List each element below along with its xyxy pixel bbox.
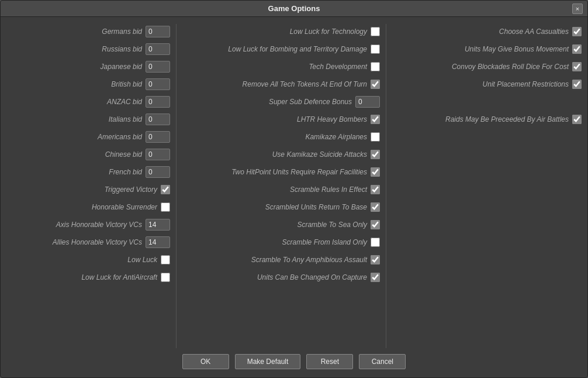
dialog-title: Game Options	[268, 4, 320, 13]
mid-label-7: Use Kamikaze Suicide Attacks	[182, 150, 371, 159]
reset-button[interactable]: Reset	[306, 354, 353, 369]
input-germans-bid[interactable]	[146, 26, 170, 37]
mid-row-13: Scramble To Any Amphibious Assault	[182, 252, 380, 267]
title-bar: Game Options ×	[1, 1, 587, 17]
right-label-1: Units May Give Bonus Movement	[392, 45, 572, 53]
right-checkbox-2[interactable]	[572, 62, 582, 71]
mid-checkbox-9[interactable]	[371, 185, 380, 194]
input-anzac-bid[interactable]	[146, 96, 170, 108]
label-japanese-bid: Japanese bid	[6, 63, 146, 71]
label-axis-vcs: Axis Honorable Victory VCs	[6, 221, 146, 229]
mid-row-14: Units Can Be Changed On Capture	[182, 270, 380, 285]
mid-checkbox-6[interactable]	[371, 132, 380, 142]
right-row-4: Raids May Be Preceeded By Air Battles	[392, 112, 582, 127]
row-italians-bid: Italians bid	[6, 112, 170, 127]
row-honorable-surrender: Honorable Surrender	[6, 200, 170, 215]
mid-checkbox-14[interactable]	[371, 273, 380, 282]
input-chinese-bid[interactable]	[146, 149, 170, 160]
right-checkbox-1[interactable]	[572, 44, 582, 54]
mid-label-5: LHTR Heavy Bombers	[182, 115, 371, 123]
mid-row-12: Scramble From Island Only	[182, 235, 380, 250]
checkbox-triggered-victory[interactable]	[161, 185, 170, 194]
mid-checkbox-5[interactable]	[371, 115, 380, 124]
mid-checkbox-13[interactable]	[371, 255, 380, 264]
mid-label-6: Kamikaze Airplanes	[182, 133, 371, 141]
mid-label-9: Scramble Rules In Effect	[182, 185, 371, 194]
label-low-luck: Low Luck	[6, 256, 161, 264]
label-americans-bid: Americans bid	[6, 133, 146, 141]
right-checkbox-3[interactable]	[572, 80, 582, 89]
mid-row-8: Two HitPoint Units Require Repair Facili…	[182, 164, 380, 180]
mid-checkbox-12[interactable]	[371, 238, 380, 247]
right-row-2: Convoy Blockades Roll Dice For Cost	[392, 59, 582, 74]
checkbox-low-luck-aa[interactable]	[161, 273, 170, 282]
label-germans-bid: Germans bid	[6, 28, 146, 36]
ok-button[interactable]: OK	[182, 354, 229, 369]
mid-row-9: Scramble Rules In Effect	[182, 182, 380, 197]
row-french-bid: French bid	[6, 164, 170, 180]
row-axis-vcs: Axis Honorable Victory VCs	[6, 217, 170, 232]
label-italians-bid: Italians bid	[6, 115, 146, 123]
row-allies-vcs: Allies Honorable Victory VCs	[6, 235, 170, 250]
right-row-1: Units May Give Bonus Movement	[392, 42, 582, 57]
mid-row-1: Low Luck for Bombing and Territory Damag…	[182, 42, 380, 57]
row-low-luck: Low Luck	[6, 252, 170, 267]
close-button[interactable]: ×	[572, 4, 583, 14]
checkbox-low-luck[interactable]	[161, 255, 170, 264]
row-low-luck-aa: Low Luck for AntiAircraft	[6, 270, 170, 285]
right-label-3: Unit Placement Restrictions	[392, 80, 572, 88]
label-anzac-bid: ANZAC bid	[6, 98, 146, 106]
mid-checkbox-3[interactable]	[371, 80, 380, 89]
mid-label-1: Low Luck for Bombing and Territory Damag…	[182, 45, 371, 53]
input-russians-bid[interactable]	[146, 43, 170, 55]
label-chinese-bid: Chinese bid	[6, 150, 146, 159]
mid-checkbox-10[interactable]	[371, 202, 380, 212]
mid-checkbox-7[interactable]	[371, 150, 380, 159]
input-allies-vcs[interactable]	[146, 236, 170, 248]
input-americans-bid[interactable]	[146, 131, 170, 143]
mid-label-0: Low Luck for Technology	[182, 28, 371, 36]
left-column: Germans bid Russians bid Japanese bid Br…	[6, 24, 176, 348]
mid-checkbox-1[interactable]	[371, 44, 380, 54]
mid-label-12: Scramble From Island Only	[182, 238, 371, 246]
label-triggered-victory: Triggered Victory	[6, 185, 161, 194]
columns-container: Germans bid Russians bid Japanese bid Br…	[6, 24, 582, 348]
input-japanese-bid[interactable]	[146, 61, 170, 73]
row-japanese-bid: Japanese bid	[6, 59, 170, 74]
mid-row-11: Scramble To Sea Only	[182, 217, 380, 232]
input-axis-vcs[interactable]	[146, 219, 170, 231]
right-checkbox-0[interactable]	[572, 27, 582, 36]
input-super-sub[interactable]	[355, 96, 380, 108]
row-americans-bid: Americans bid	[6, 129, 170, 145]
label-russians-bid: Russians bid	[6, 45, 146, 53]
mid-row-3: Remove All Tech Tokens At End Of Turn	[182, 77, 380, 92]
mid-label-3: Remove All Tech Tokens At End Of Turn	[182, 80, 371, 88]
row-anzac-bid: ANZAC bid	[6, 94, 170, 109]
row-chinese-bid: Chinese bid	[6, 147, 170, 162]
input-french-bid[interactable]	[146, 166, 170, 178]
mid-row-4: Super Sub Defence Bonus	[182, 94, 380, 109]
label-low-luck-aa: Low Luck for AntiAircraft	[6, 273, 161, 281]
right-row-3: Unit Placement Restrictions	[392, 77, 582, 92]
mid-checkbox-2[interactable]	[371, 62, 380, 71]
checkbox-honorable-surrender[interactable]	[161, 202, 170, 212]
label-allies-vcs: Allies Honorable Victory VCs	[6, 238, 146, 246]
mid-label-8: Two HitPoint Units Require Repair Facili…	[182, 168, 371, 176]
cancel-button[interactable]: Cancel	[359, 354, 406, 369]
mid-label-14: Units Can Be Changed On Capture	[182, 273, 371, 281]
mid-checkbox-11[interactable]	[371, 220, 380, 229]
input-british-bid[interactable]	[146, 78, 170, 90]
mid-row-0: Low Luck for Technology	[182, 24, 380, 39]
input-italians-bid[interactable]	[146, 114, 170, 125]
mid-row-2: Tech Development	[182, 59, 380, 74]
right-checkbox-4[interactable]	[572, 115, 582, 124]
mid-label-2: Tech Development	[182, 63, 371, 71]
mid-label-13: Scramble To Any Amphibious Assault	[182, 256, 371, 264]
make-default-button[interactable]: Make Default	[235, 354, 301, 369]
right-row-0: Choose AA Casualties	[392, 24, 582, 39]
footer: OK Make Default Reset Cancel	[6, 348, 582, 373]
mid-label-11: Scramble To Sea Only	[182, 221, 371, 229]
mid-checkbox-0[interactable]	[371, 27, 380, 36]
mid-checkbox-8[interactable]	[371, 167, 380, 177]
row-triggered-victory: Triggered Victory	[6, 182, 170, 197]
